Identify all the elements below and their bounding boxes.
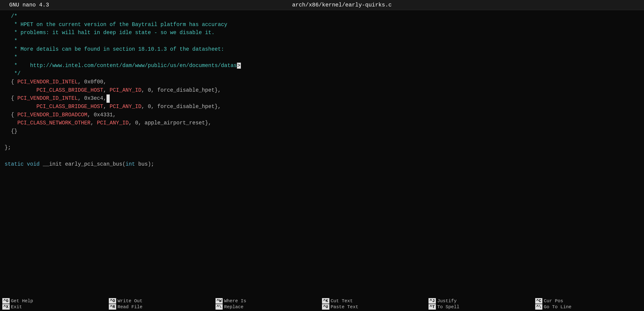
code-line: */ [4, 70, 640, 78]
fn-label-0-1: Write Out [118, 298, 142, 304]
fn-key-1-5: ^\ [535, 304, 542, 310]
fn-key-0-5: ^C [535, 298, 542, 304]
editor-area[interactable]: /* * HPET on the current version of the … [0, 10, 644, 290]
code-line: * http://www.intel.com/content/dam/www/p… [4, 62, 640, 70]
fn-label-1-4: To Spell [437, 304, 459, 310]
code-line: * More details can be found in section 1… [4, 45, 640, 54]
fn-key-0-2: ^W [216, 298, 223, 304]
fn-key-0-0: ^G [2, 298, 10, 304]
fn-item-1-1[interactable]: ^RRead File [109, 304, 215, 310]
fn-label-0-4: Justify [437, 298, 456, 304]
fn-label-1-0: Exit [11, 304, 22, 310]
fn-item-0-3[interactable]: ^KCut Text [322, 298, 428, 304]
fn-label-1-1: Read File [118, 304, 142, 310]
fn-item-1-4[interactable]: ^TTo Spell [428, 304, 535, 310]
fn-label-1-2: Replace [224, 304, 244, 310]
code-line: * problems: it will halt in deep idle st… [4, 29, 640, 37]
code-line: * HPET on the current version of the Bay… [4, 21, 640, 29]
code-line: PCI_CLASS_BRIDGE_HOST, PCI_ANY_ID, 0, fo… [4, 86, 640, 95]
function-bar: ^GGet Help^OWrite Out^WWhere Is^KCut Tex… [0, 297, 644, 311]
code-line: PCI_CLASS_NETWORK_OTHER, PCI_ANY_ID, 0, … [4, 119, 640, 127]
fn-label-0-3: Cut Text [331, 298, 353, 304]
code-line: * [4, 53, 640, 62]
code-line: { PCI_VENDOR_ID_INTEL, 0x3ec4, [4, 94, 640, 103]
fn-item-0-2[interactable]: ^WWhere Is [216, 298, 322, 304]
filename: arch/x86/kernel/early-quirks.c [49, 2, 635, 8]
fn-key-1-4: ^T [428, 304, 436, 310]
fn-key-1-3: ^U [322, 304, 330, 310]
fn-item-1-2[interactable]: ^\ Replace [216, 304, 322, 310]
fn-key-0-1: ^O [109, 298, 116, 304]
fn-label-0-2: Where Is [224, 298, 246, 304]
fn-key-0-3: ^K [322, 298, 330, 304]
code-line: static void __init early_pci_scan_bus(in… [4, 160, 640, 169]
code-line: /* [4, 12, 640, 21]
code-line [4, 152, 640, 160]
code-line: {} [4, 127, 640, 136]
fn-key-0-4: ^J [428, 298, 436, 304]
fn-item-0-0[interactable]: ^GGet Help [2, 298, 109, 304]
code-line: { PCI_VENDOR_ID_BROADCOM, 0x4331, [4, 111, 640, 119]
fn-label-1-5: Go To Line [544, 304, 572, 310]
code-line [4, 136, 640, 144]
code-line: { PCI_VENDOR_ID_INTEL, 0x0f00, [4, 78, 640, 86]
fn-item-0-5[interactable]: ^CCur Pos [535, 298, 642, 304]
fn-label-1-3: Paste Text [331, 304, 358, 310]
fn-item-1-0[interactable]: ^XExit [2, 304, 109, 310]
status-bar [0, 290, 644, 297]
fn-key-1-2: ^\ [216, 304, 223, 310]
app-name: GNU nano 4.3 [9, 2, 49, 8]
code-line: }; [4, 144, 640, 152]
fn-label-0-0: Get Help [11, 298, 33, 304]
text-cursor [106, 94, 110, 103]
fn-item-0-1[interactable]: ^OWrite Out [109, 298, 215, 304]
fn-key-1-1: ^R [109, 304, 116, 310]
code-line: PCI_CLASS_BRIDGE_HOST, PCI_ANY_ID, 0, fo… [4, 103, 640, 111]
code-line: * [4, 37, 640, 45]
fn-item-1-5[interactable]: ^\ Go To Line [535, 304, 642, 310]
fn-key-1-0: ^X [2, 304, 10, 310]
title-bar: GNU nano 4.3 arch/x86/kernel/early-quirk… [0, 0, 644, 10]
fn-item-0-4[interactable]: ^JJustify [428, 298, 535, 304]
fn-item-1-3[interactable]: ^UPaste Text [322, 304, 428, 310]
fn-label-0-5: Cur Pos [544, 298, 563, 304]
